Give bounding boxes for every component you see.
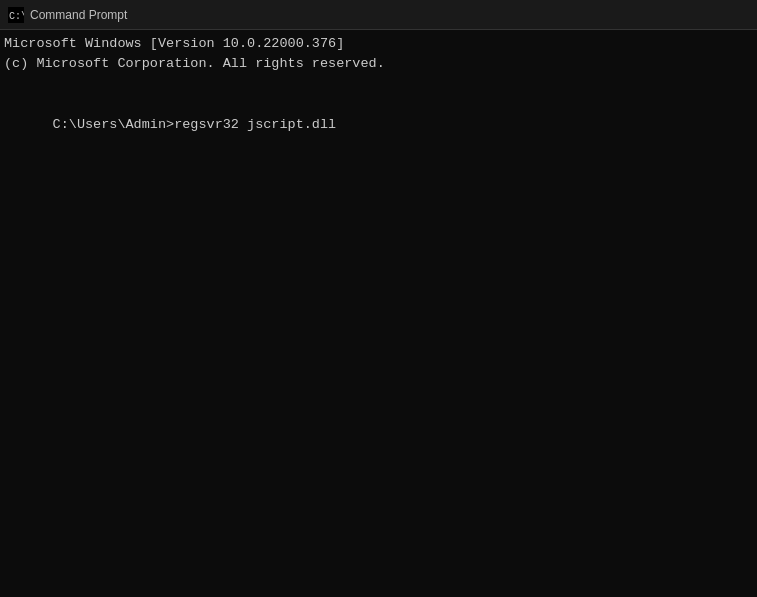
- terminal-body[interactable]: Microsoft Windows [Version 10.0.22000.37…: [0, 30, 757, 597]
- command-line: C:\Users\Admin>regsvr32 jscript.dll: [4, 95, 753, 156]
- prompt-path: C:\Users\Admin>: [53, 117, 175, 132]
- title-bar: C:\ Command Prompt: [0, 0, 757, 30]
- svg-text:C:\: C:\: [9, 11, 24, 22]
- blank-line: [4, 75, 753, 95]
- windows-version-line: Microsoft Windows [Version 10.0.22000.37…: [4, 34, 753, 54]
- command-prompt-window: C:\ Command Prompt Microsoft Windows [Ve…: [0, 0, 757, 597]
- window-title: Command Prompt: [30, 8, 127, 22]
- cmd-icon: C:\: [8, 7, 24, 23]
- command-text: regsvr32 jscript.dll: [174, 117, 336, 132]
- copyright-line: (c) Microsoft Corporation. All rights re…: [4, 54, 753, 74]
